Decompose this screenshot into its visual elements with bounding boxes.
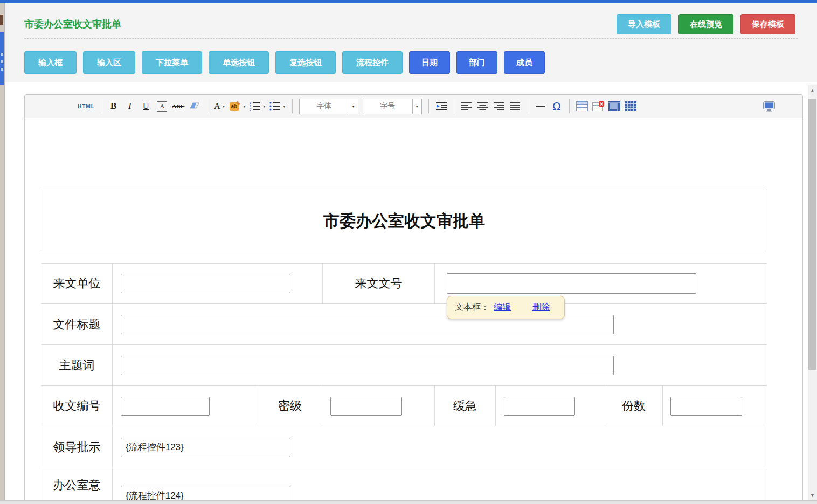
document-number-label: 来文文号 bbox=[323, 264, 435, 303]
table-row: 收文编号 密级 缓急 份数 bbox=[41, 386, 767, 426]
unordered-list-button[interactable]: ▼ bbox=[269, 98, 286, 114]
import-template-button[interactable]: 导入模板 bbox=[617, 14, 671, 34]
subject-words-cell bbox=[113, 345, 767, 385]
chevron-down-icon: ▼ bbox=[349, 99, 358, 114]
underline-button[interactable]: U bbox=[140, 98, 153, 114]
font-color-a-icon: A bbox=[214, 101, 220, 111]
indent-icon bbox=[436, 102, 447, 111]
font-family-select[interactable]: 字体 ▼ bbox=[299, 99, 358, 114]
chevron-down-icon: ▼ bbox=[282, 105, 286, 108]
fullscreen-button[interactable] bbox=[763, 98, 776, 114]
urgency-cell bbox=[496, 386, 605, 426]
table-row: 办公室意 bbox=[41, 468, 767, 504]
monitor-icon bbox=[763, 101, 775, 112]
leader-instruction-label: 领导批示 bbox=[41, 426, 113, 468]
component-button-dropdown[interactable]: 下拉菜单 bbox=[142, 51, 202, 74]
ordered-list-icon: 1 2 3 bbox=[250, 101, 261, 111]
source-unit-input[interactable] bbox=[121, 274, 290, 293]
strikethrough-button[interactable]: ABC bbox=[172, 98, 185, 114]
toolbar-separator bbox=[101, 99, 101, 113]
ordered-list-button[interactable]: 1 2 3 ▼ bbox=[250, 98, 266, 114]
component-button-department[interactable]: 部门 bbox=[456, 51, 497, 74]
source-unit-label: 来文单位 bbox=[41, 264, 113, 303]
edit-link[interactable]: 编辑 bbox=[494, 302, 511, 313]
font-size-select[interactable]: 字号 ▼ bbox=[363, 99, 422, 114]
table-row: 主题词 bbox=[41, 345, 767, 386]
scroll-down-arrow[interactable]: ▼ bbox=[808, 491, 817, 500]
scroll-up-arrow[interactable]: ▲ bbox=[808, 86, 817, 95]
align-center-button[interactable] bbox=[476, 98, 489, 114]
component-button-flow-control[interactable]: 流程控件 bbox=[342, 51, 403, 74]
vertical-scrollbar[interactable]: ▲ ▼ bbox=[808, 85, 817, 504]
component-button-input-box[interactable]: 输入框 bbox=[24, 51, 77, 74]
background-window-fragment bbox=[0, 15, 3, 25]
office-opinion-label: 办公室意 bbox=[41, 468, 113, 504]
toolbar-separator bbox=[528, 99, 528, 113]
urgency-label: 缓急 bbox=[435, 386, 496, 426]
receipt-number-input[interactable] bbox=[121, 397, 210, 416]
align-right-button[interactable] bbox=[493, 98, 506, 114]
tooltip-field-type: 文本框： bbox=[455, 302, 489, 313]
align-center-icon bbox=[477, 102, 488, 111]
remove-format-button[interactable] bbox=[188, 98, 201, 114]
editor-canvas[interactable]: 市委办公室收文审批单 来文单位 来文文号 bbox=[24, 118, 803, 504]
component-button-member[interactable]: 成员 bbox=[504, 51, 545, 74]
component-button-date[interactable]: 日期 bbox=[409, 51, 450, 74]
field-context-tooltip: 文本框： 编辑 删除 bbox=[447, 296, 565, 319]
background-window-mark bbox=[1, 60, 3, 63]
table-row: 领导批示 bbox=[41, 426, 767, 468]
subject-words-input[interactable] bbox=[121, 356, 614, 375]
font-family-value: 字体 bbox=[300, 101, 349, 111]
toolbar-separator bbox=[428, 99, 429, 113]
chevron-down-icon: ▼ bbox=[222, 105, 226, 108]
copies-label: 份数 bbox=[605, 386, 663, 426]
indent-button[interactable] bbox=[435, 98, 448, 114]
background-window-mark bbox=[1, 53, 3, 56]
char-border-button[interactable]: A bbox=[156, 98, 169, 114]
align-justify-button[interactable] bbox=[509, 98, 522, 114]
chevron-down-icon: ▼ bbox=[262, 105, 266, 108]
bold-button[interactable]: B bbox=[107, 98, 120, 114]
editor-toolbar: HTML B I U A ABC A ▼ bbox=[24, 94, 803, 118]
subject-words-label: 主题词 bbox=[41, 345, 113, 385]
scrollbar-thumb[interactable] bbox=[808, 99, 816, 370]
svg-text:3: 3 bbox=[250, 108, 251, 111]
toolbar-separator bbox=[292, 99, 293, 113]
leader-instruction-input[interactable] bbox=[121, 438, 290, 457]
copies-input[interactable] bbox=[670, 397, 742, 416]
component-button-checkbox[interactable]: 复选按钮 bbox=[275, 51, 336, 74]
font-color-button[interactable]: A ▼ bbox=[213, 98, 226, 114]
save-template-button[interactable]: 保存模板 bbox=[740, 14, 795, 34]
form-table: 来文单位 来文文号 文件标题 bbox=[41, 263, 767, 504]
horizontal-rule-button[interactable] bbox=[534, 98, 547, 114]
urgency-input[interactable] bbox=[504, 397, 575, 416]
copies-cell bbox=[663, 386, 767, 426]
table-grid-properties-button[interactable] bbox=[624, 98, 637, 114]
security-level-input[interactable] bbox=[330, 397, 402, 416]
align-left-icon bbox=[461, 102, 472, 111]
page-title: 市委办公室收文审批单 bbox=[24, 18, 121, 31]
delete-link[interactable]: 删除 bbox=[532, 302, 550, 313]
special-char-button[interactable]: Ω bbox=[550, 98, 563, 114]
security-level-label: 密级 bbox=[258, 386, 322, 426]
editor-region: HTML B I U A ABC A ▼ bbox=[5, 82, 817, 504]
italic-button[interactable]: I bbox=[123, 98, 136, 114]
template-actions: 导入模板 在线预览 保存模板 bbox=[617, 14, 795, 34]
table-cell-properties-button[interactable] bbox=[608, 98, 621, 114]
align-left-button[interactable] bbox=[460, 98, 473, 114]
component-button-radio[interactable]: 单选按钮 bbox=[209, 51, 269, 74]
document-number-input[interactable] bbox=[447, 273, 696, 294]
toolbar-separator bbox=[454, 99, 454, 113]
insert-table-button[interactable] bbox=[576, 98, 588, 114]
highlight-color-button[interactable]: ab ✎ ▼ bbox=[230, 98, 246, 114]
delete-table-button[interactable] bbox=[592, 98, 605, 114]
boxed-a-icon: A bbox=[157, 101, 167, 112]
form-title-block[interactable]: 市委办公室收文审批单 bbox=[41, 189, 767, 253]
online-preview-button[interactable]: 在线预览 bbox=[678, 14, 733, 34]
table-row: 文件标题 bbox=[41, 304, 767, 345]
html-source-button[interactable]: HTML bbox=[78, 98, 95, 114]
component-button-textarea[interactable]: 输入区 bbox=[83, 51, 135, 74]
document-title-label: 文件标题 bbox=[41, 304, 113, 344]
receipt-number-label: 收文编号 bbox=[41, 386, 113, 426]
table-cell-icon bbox=[608, 101, 620, 111]
